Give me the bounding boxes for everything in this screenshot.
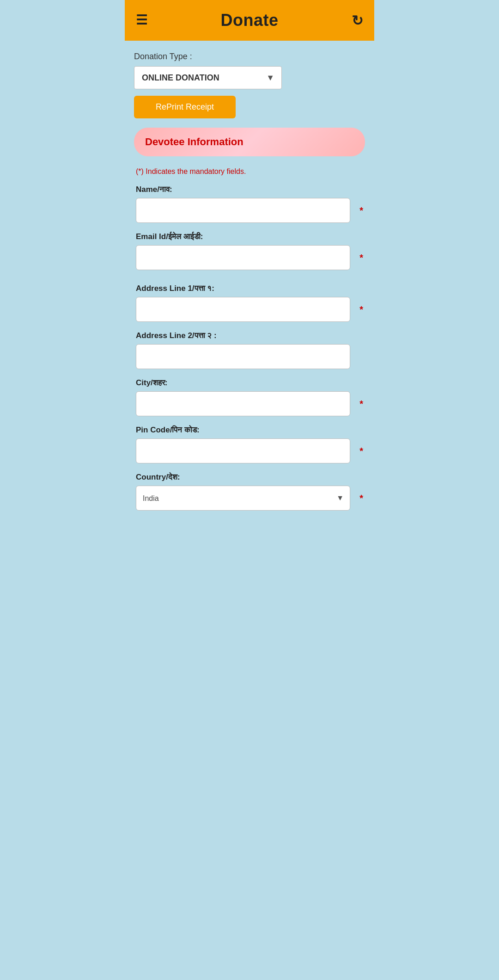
country-field-group: Country/देश: India USA UK Australia Cana… xyxy=(136,473,363,511)
email-input[interactable] xyxy=(136,245,350,270)
email-label: Email Id/ईमेल आईडी: xyxy=(136,232,363,241)
address2-label: Address Line 2/पत्ता २ : xyxy=(136,331,363,340)
donation-type-select[interactable]: ONLINE DONATION CASH DONATION CHEQUE DON… xyxy=(134,66,282,89)
name-field-group: Name/नाव: * xyxy=(136,185,363,223)
pincode-field-row: * xyxy=(136,438,363,463)
name-label: Name/नाव: xyxy=(136,185,363,194)
city-field-row: * xyxy=(136,391,363,416)
reprint-receipt-button[interactable]: RePrint Receipt xyxy=(134,96,236,118)
address2-input[interactable] xyxy=(136,344,350,369)
address1-input[interactable] xyxy=(136,297,350,322)
country-label: Country/देश: xyxy=(136,473,363,482)
city-field-group: City/शहर: * xyxy=(136,378,363,416)
app-header: ☰ Donate ↻ xyxy=(125,0,374,41)
mandatory-note: (*) Indicates the mandatory fields. xyxy=(136,167,363,176)
devotee-info-title: Devotee Information xyxy=(145,136,243,148)
page-title: Donate xyxy=(220,11,278,30)
city-mandatory-star: * xyxy=(355,399,363,408)
devotee-form: (*) Indicates the mandatory fields. Name… xyxy=(134,167,365,511)
name-input[interactable] xyxy=(136,198,350,223)
refresh-icon[interactable]: ↻ xyxy=(352,12,363,29)
country-select-wrapper: India USA UK Australia Canada ▼ xyxy=(136,486,350,511)
country-mandatory-star: * xyxy=(355,493,363,503)
main-content: Donation Type : ONLINE DONATION CASH DON… xyxy=(125,41,374,538)
email-field-row: * xyxy=(136,245,363,270)
menu-icon[interactable]: ☰ xyxy=(136,14,147,27)
name-mandatory-star: * xyxy=(355,206,363,215)
pincode-input[interactable] xyxy=(136,438,350,463)
address1-field-row: * xyxy=(136,297,363,322)
name-field-row: * xyxy=(136,198,363,223)
donation-type-label: Donation Type : xyxy=(134,52,365,62)
donation-type-select-wrapper: ONLINE DONATION CASH DONATION CHEQUE DON… xyxy=(134,66,282,89)
city-input[interactable] xyxy=(136,391,350,416)
address2-field-group: Address Line 2/पत्ता २ : * xyxy=(136,331,363,369)
address1-label: Address Line 1/पत्ता १: xyxy=(136,284,363,293)
email-field-group: Email Id/ईमेल आईडी: * xyxy=(136,232,363,270)
address1-field-group: Address Line 1/पत्ता १: * xyxy=(136,284,363,322)
devotee-info-header: Devotee Information xyxy=(134,128,365,156)
country-select[interactable]: India USA UK Australia Canada xyxy=(136,486,350,511)
donation-type-section: Donation Type : ONLINE DONATION CASH DON… xyxy=(134,52,365,118)
email-mandatory-star: * xyxy=(355,253,363,262)
pincode-field-group: Pin Code/पिन कोड: * xyxy=(136,425,363,463)
country-field-row: India USA UK Australia Canada ▼ * xyxy=(136,486,363,511)
pincode-mandatory-star: * xyxy=(355,446,363,456)
address1-mandatory-star: * xyxy=(355,305,363,314)
pincode-label: Pin Code/पिन कोड: xyxy=(136,425,363,435)
city-label: City/शहर: xyxy=(136,378,363,388)
address2-field-row: * xyxy=(136,344,363,369)
